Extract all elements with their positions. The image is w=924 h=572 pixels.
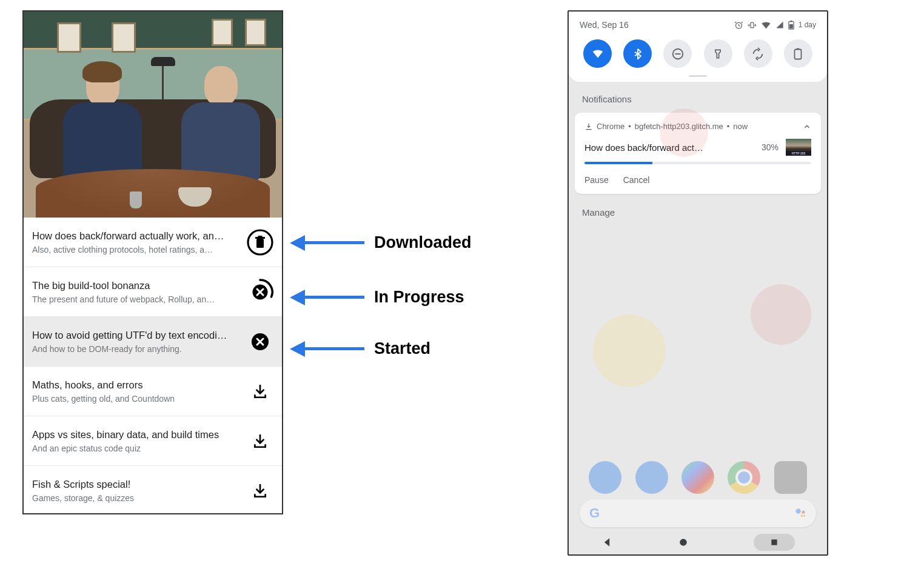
- play-store-icon: [681, 461, 714, 494]
- notifications-header: Notifications: [569, 82, 827, 113]
- flashlight-icon: [712, 48, 724, 60]
- pause-button[interactable]: Pause: [584, 175, 609, 185]
- episode-item[interactable]: Fish & Scripts special! Games, storage, …: [24, 466, 282, 514]
- download-icon: [252, 433, 268, 449]
- episode-subtitle: And an epic status code quiz: [32, 444, 241, 453]
- do-not-disturb-icon: [671, 47, 685, 61]
- svg-point-19: [680, 539, 687, 546]
- annotation-in-progress: In Progress: [290, 288, 464, 307]
- download-button[interactable]: [247, 378, 273, 405]
- arrow-icon: [290, 341, 305, 357]
- episode-subtitle: The present and future of webpack, Rollu…: [32, 294, 241, 304]
- wifi-toggle[interactable]: [583, 39, 612, 68]
- episode-subtitle: Plus cats, getting old, and Countdown: [32, 394, 241, 404]
- download-icon: [252, 384, 268, 399]
- assistant-icon: [794, 507, 806, 519]
- progress-fill: [584, 162, 652, 164]
- svg-point-18: [803, 515, 805, 517]
- back-nav-icon[interactable]: [601, 536, 613, 548]
- cellular-icon: [775, 21, 784, 29]
- flashlight-toggle[interactable]: [704, 39, 732, 68]
- svg-rect-1: [256, 239, 264, 248]
- cancel-button[interactable]: Cancel: [623, 175, 650, 185]
- download-small-icon: [584, 122, 593, 131]
- cancel-icon: [251, 333, 269, 351]
- phone-app-icon: [589, 461, 621, 494]
- arrow-icon: [290, 290, 305, 305]
- recents-nav-icon: [769, 537, 779, 547]
- episode-item[interactable]: How to avoid getting UTF'd by text encod…: [24, 317, 282, 367]
- dnd-toggle[interactable]: [663, 39, 692, 68]
- status-icons: 1 day: [734, 21, 816, 30]
- episode-title: Apps vs sites, binary data, and build ti…: [32, 429, 241, 441]
- episode-title: How to avoid getting UTF'd by text encod…: [32, 330, 241, 341]
- wifi-icon: [761, 21, 771, 30]
- episode-item[interactable]: How does back/forward actually work, an……: [24, 218, 282, 267]
- episode-subtitle: Also, active clothing protocols, hotel r…: [32, 245, 241, 254]
- annotation-downloaded: Downloaded: [290, 233, 472, 252]
- delete-download-button[interactable]: [247, 229, 273, 256]
- google-logo-icon: G: [589, 505, 600, 521]
- battery-saver-toggle[interactable]: [784, 39, 812, 68]
- chevron-up-icon[interactable]: [803, 122, 811, 131]
- annotation-label: Downloaded: [374, 233, 472, 252]
- cancel-download-button[interactable]: [247, 328, 273, 355]
- android-notification-screenshot: Wed, Sep 16 1 day: [567, 10, 828, 556]
- svg-rect-20: [771, 539, 777, 545]
- svg-point-17: [800, 514, 803, 517]
- drag-handle[interactable]: [689, 75, 707, 77]
- episode-item[interactable]: Maths, hooks, and errors Plus cats, gett…: [24, 367, 282, 416]
- bluetooth-toggle[interactable]: [623, 39, 652, 68]
- svg-rect-3: [258, 236, 263, 238]
- notification-percent: 30%: [762, 142, 778, 152]
- svg-rect-9: [790, 21, 792, 22]
- rotation-toggle[interactable]: [744, 39, 772, 68]
- manage-notifications-button[interactable]: Manage: [569, 194, 827, 231]
- progress-cancel-icon: [247, 279, 273, 305]
- search-bar: G: [580, 499, 816, 527]
- annotation-started: Started: [290, 339, 430, 358]
- battery-icon: [794, 48, 802, 60]
- episode-title: How does back/forward actually work, an…: [32, 230, 241, 242]
- notification-time: now: [733, 122, 748, 131]
- download-button[interactable]: [247, 477, 273, 504]
- quick-settings-toggles: [580, 38, 816, 69]
- svg-rect-13: [795, 49, 802, 59]
- messages-app-icon: [635, 461, 668, 494]
- progress-bar: [584, 162, 811, 164]
- nav-bar: [569, 530, 827, 554]
- annotation-label: In Progress: [374, 288, 464, 307]
- battery-icon: [788, 21, 794, 30]
- auto-rotate-icon: [751, 47, 765, 61]
- notification-thumbnail: [786, 139, 811, 156]
- annotation-label: Started: [374, 339, 430, 358]
- podcast-app-screenshot: How does back/forward actually work, an……: [22, 10, 283, 514]
- episode-title: The big build-tool bonanza: [32, 280, 241, 291]
- svg-point-16: [802, 511, 805, 514]
- camera-app-icon: [774, 461, 807, 494]
- svg-rect-7: [751, 22, 754, 28]
- home-dock: [569, 461, 827, 494]
- battery-text: 1 day: [798, 21, 816, 29]
- vibrate-icon: [748, 21, 757, 30]
- episode-list: How does back/forward actually work, an……: [24, 218, 282, 514]
- hero-image: [24, 12, 282, 218]
- episode-item[interactable]: Apps vs sites, binary data, and build ti…: [24, 416, 282, 466]
- arrow-icon: [290, 235, 305, 251]
- quick-settings-panel: Wed, Sep 16 1 day: [569, 12, 827, 82]
- trash-in-circle-icon: [247, 229, 273, 256]
- episode-subtitle: Games, storage, & quizzes: [32, 493, 241, 503]
- download-icon: [252, 483, 268, 499]
- episode-item[interactable]: The big build-tool bonanza The present a…: [24, 267, 282, 317]
- download-button[interactable]: [247, 428, 273, 454]
- svg-rect-10: [789, 24, 793, 28]
- home-nav-icon[interactable]: [677, 536, 689, 548]
- notification-app-name: Chrome: [597, 122, 624, 131]
- episode-title: Maths, hooks, and errors: [32, 379, 241, 391]
- episode-title: Fish & Scripts special!: [32, 479, 241, 490]
- chrome-app-icon: [728, 461, 760, 494]
- recents-nav-button[interactable]: [754, 534, 795, 551]
- status-date: Wed, Sep 16: [580, 20, 629, 30]
- episode-subtitle: And how to be DOM-ready for anything.: [32, 344, 241, 354]
- cancel-progress-button[interactable]: [247, 279, 273, 305]
